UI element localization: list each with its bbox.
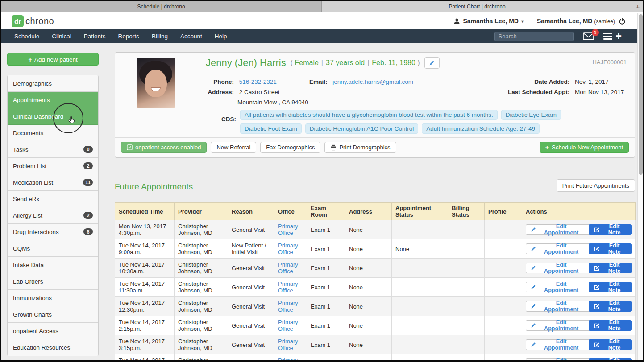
messages-button[interactable]: 1: [583, 32, 594, 40]
sidebar-item-intake-data[interactable]: Intake Data: [8, 257, 98, 273]
cell-scheduled-time: Tue Nov 14, 20174:15p.m.: [115, 354, 175, 362]
logged-in-user[interactable]: Samantha Lee, MD (samlee): [537, 17, 615, 25]
appointment-row: Tue Nov 14, 20172:15p.m.Christopher John…: [115, 316, 636, 335]
edit-note-button[interactable]: Edit Note: [589, 263, 632, 273]
browser-tab-patient-chart[interactable]: Patient Chart | drchrono: [322, 1, 632, 12]
sidebar-item-allergy-list[interactable]: Allergy List2: [8, 207, 98, 224]
sidebar-item-documents[interactable]: Documents: [8, 125, 98, 141]
nav-item-patients[interactable]: Patients: [84, 33, 118, 40]
sidebar-item-problem-list[interactable]: Problem List2: [8, 158, 98, 174]
office-link[interactable]: Primary Office: [278, 223, 298, 236]
phone-link[interactable]: 516-232-2321: [239, 78, 277, 85]
add-new-patient-button[interactable]: + Add new patient: [7, 53, 99, 66]
office-link[interactable]: Primary Office: [278, 280, 298, 294]
new-referral-button[interactable]: New Referral: [211, 142, 256, 153]
nav-item-schedule[interactable]: Schedule: [14, 33, 51, 40]
office-link[interactable]: Primary Office: [278, 242, 298, 255]
office-link[interactable]: Primary Office: [278, 357, 298, 362]
cell-profile: [485, 259, 522, 278]
column-header-scheduled-time: Scheduled Time: [115, 203, 175, 220]
nav-item-billing[interactable]: Billing: [152, 33, 180, 40]
cell-appointment-status: [392, 335, 448, 354]
cds-tag[interactable]: Diabetic Eye Exam: [501, 110, 561, 120]
onpatient-access-button[interactable]: onpatient access enabled: [121, 142, 207, 153]
print-demographics-button[interactable]: Print Demographics: [324, 142, 396, 153]
unread-badge: 1: [592, 29, 599, 36]
quick-add-button[interactable]: +: [616, 32, 622, 41]
sidebar-item-growth-charts[interactable]: Growth Charts: [8, 306, 98, 323]
sidebar-item-demographics[interactable]: Demographics: [8, 75, 98, 92]
edit-appointment-button[interactable]: Edit Appointment: [526, 263, 589, 273]
patient-photo[interactable]: [137, 58, 175, 108]
sidebar-item-onpatient-access[interactable]: onpatient Access: [8, 323, 98, 339]
sidebar-item-label: Appointments: [13, 97, 50, 103]
edit-appointment-button[interactable]: Edit Appointment: [526, 320, 589, 331]
sidebar-item-medication-list[interactable]: Medication List11: [8, 174, 98, 191]
edit-note-button[interactable]: Edit Note: [589, 301, 632, 312]
nav-item-reports[interactable]: Reports: [118, 33, 151, 40]
cell-reason: General Visit: [228, 316, 274, 335]
cell-billing-status: [448, 278, 485, 297]
plus-icon: +: [28, 56, 32, 63]
logout-power-icon[interactable]: [619, 18, 625, 25]
scrollbar-track[interactable]: [637, 13, 643, 360]
menu-icon[interactable]: [603, 33, 612, 40]
sidebar-item-appointments[interactable]: Appointments: [8, 92, 98, 108]
edit-patient-button[interactable]: [424, 57, 440, 69]
edit-note-button[interactable]: Edit Note: [589, 339, 632, 350]
edit-appointment-button[interactable]: Edit Appointment: [526, 358, 589, 362]
edit-appointment-button[interactable]: Edit Appointment: [526, 301, 589, 312]
edit-note-button[interactable]: Edit Note: [589, 282, 632, 292]
edit-appointment-button[interactable]: Edit Appointment: [526, 243, 589, 254]
email-link[interactable]: jenny.adele.harris@gmail.com: [332, 78, 413, 85]
sidebar-item-tasks[interactable]: Tasks0: [8, 141, 98, 158]
schedule-new-appointment-button[interactable]: + Schedule New Appointment: [540, 142, 629, 153]
browser-tab-schedule[interactable]: Schedule | drchrono: [1, 1, 322, 12]
cds-tag[interactable]: All patients with diabetes should have a…: [240, 110, 498, 120]
cell-actions: Edit AppointmentEdit Note: [522, 259, 636, 278]
provider-dropdown[interactable]: Samantha Lee, MD ▾: [453, 17, 524, 25]
sidebar-item-cqms[interactable]: CQMs: [8, 240, 98, 257]
sidebar-item-education-resources[interactable]: Education Resources: [8, 339, 98, 356]
nav-item-help[interactable]: Help: [215, 33, 239, 40]
new-tab-button[interactable]: +: [632, 1, 643, 12]
sidebar-item-label: Lab Orders: [13, 278, 43, 285]
edit-appointment-button[interactable]: Edit Appointment: [526, 224, 589, 235]
edit-appointment-button[interactable]: Edit Appointment: [526, 282, 589, 292]
sidebar-item-send-erx[interactable]: Send eRx: [8, 191, 98, 207]
appointment-row: Tue Nov 14, 20174:15p.m.Christopher John…: [115, 354, 636, 362]
office-link[interactable]: Primary Office: [278, 338, 298, 351]
cell-scheduled-time: Tue Nov 14, 20173:15p.m.: [115, 335, 175, 354]
cell-actions: Edit AppointmentEdit Note: [522, 278, 636, 297]
patient-name: Jenny (Jen) Harris: [206, 57, 286, 69]
cds-tag[interactable]: Diabetic Hemoglobin A1C Poor Control: [305, 123, 418, 134]
office-link[interactable]: Primary Office: [278, 261, 298, 275]
edit-note-button[interactable]: Edit Note: [589, 320, 632, 331]
edit-note-button[interactable]: Edit Note: [589, 358, 632, 362]
nav-item-account[interactable]: Account: [180, 33, 214, 40]
edit-note-button[interactable]: Edit Note: [589, 243, 632, 254]
patient-meta: ( Female|37 years old|Feb. 11, 1980 ): [291, 59, 420, 67]
nav-item-clinical[interactable]: Clinical: [52, 33, 83, 40]
cds-tag[interactable]: Diabetic Foot Exam: [240, 123, 302, 134]
office-link[interactable]: Primary Office: [278, 319, 298, 332]
fax-demographics-button[interactable]: Fax Demographics: [260, 142, 320, 153]
sidebar-item-immunizations[interactable]: Immunizations: [8, 290, 98, 306]
print-future-appointments-button[interactable]: Print Future Appointments: [557, 179, 635, 192]
edit-note-icon: [594, 342, 600, 348]
sidebar-item-drug-interactions[interactable]: Drug Interactions6: [8, 224, 98, 240]
cell-profile: [485, 239, 522, 259]
office-link[interactable]: Primary Office: [278, 300, 298, 313]
scrollbar-thumb[interactable]: [639, 14, 643, 175]
edit-note-icon: [594, 246, 600, 252]
drchrono-logo[interactable]: dr chrono: [12, 15, 54, 27]
sidebar-item-lab-orders[interactable]: Lab Orders: [8, 273, 98, 290]
cds-tag[interactable]: Adult Immunization Schedule Age: 27-49: [422, 123, 540, 134]
last-appt-label: Last Scheduled Appt:: [508, 89, 569, 95]
sidebar-item-clinical-dashboard[interactable]: Clinical Dashboard: [8, 108, 98, 125]
main-navbar: ScheduleClinicalPatientsReportsBillingAc…: [1, 29, 643, 43]
edit-note-button[interactable]: Edit Note: [589, 224, 632, 235]
sidebar-item-label: Documents: [13, 130, 43, 136]
edit-appointment-button[interactable]: Edit Appointment: [526, 339, 589, 350]
search-input[interactable]: [494, 32, 574, 41]
